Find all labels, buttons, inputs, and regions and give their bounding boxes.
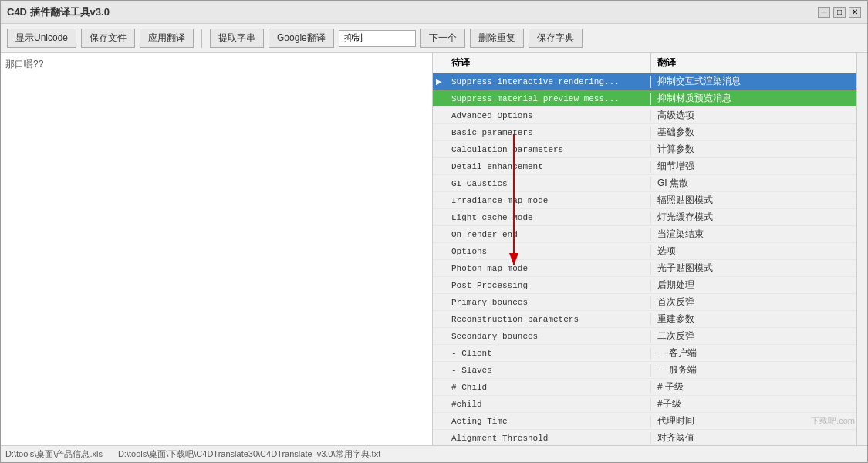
save-dict-button[interactable]: 保存字典 (529, 29, 583, 48)
apply-trans-button[interactable]: 应用翻译 (140, 29, 194, 48)
row-source-text: Photon map mode (445, 262, 651, 275)
row-trans-text: － 服务端 (651, 362, 856, 378)
remove-dup-button[interactable]: 删除重复 (470, 29, 524, 48)
table-row[interactable]: Suppress material preview mess...抑制材质预览消… (433, 90, 856, 107)
table-row[interactable]: Detail enhancement细节增强 (433, 158, 856, 175)
toolbar: 显示Unicode 保存文件 应用翻译 提取字串 Google翻译 下一个 删除… (1, 24, 867, 53)
google-trans-button[interactable]: Google翻译 (269, 29, 334, 48)
left-status-path: D:\tools\桌面\产品信息.xls (5, 448, 103, 460)
scrollbar[interactable] (856, 53, 867, 445)
row-trans-text: 对齐阈值 (651, 430, 856, 445)
indicator-col-header (433, 53, 445, 73)
window-title: C4D 插件翻译工具v3.0 (7, 5, 110, 19)
row-trans-text: 抑制交互式渲染消息 (651, 73, 856, 90)
left-panel: 那口嚼?? (1, 53, 433, 445)
table-row[interactable]: Calculation parameters计算参数 (433, 141, 856, 158)
row-indicator: ▶ (433, 77, 445, 86)
row-trans-text: 首次反弹 (651, 294, 856, 310)
table-row[interactable]: #child#子级 (433, 396, 856, 413)
trans-col-header: 翻译 (651, 53, 856, 73)
extract-button[interactable]: 提取字串 (210, 29, 264, 48)
row-source-text: Irradiance map mode (445, 194, 651, 207)
row-trans-text: 计算参数 (651, 141, 856, 157)
row-source-text: Light cache Mode (445, 211, 651, 224)
row-source-text: GI Caustics (445, 177, 651, 190)
row-trans-text: 高级选项 (651, 107, 856, 123)
row-trans-text: 后期处理 (651, 277, 856, 293)
row-source-text: Secondary bounces (445, 330, 651, 343)
table-row[interactable]: Acting Time代理时间 (433, 413, 856, 430)
table-row[interactable]: On render end当渲染结束 (433, 226, 856, 243)
row-trans-text: # 子级 (651, 379, 856, 395)
table-row[interactable]: Irradiance map mode辐照贴图模式 (433, 192, 856, 209)
close-button[interactable]: ✕ (849, 7, 861, 18)
table-header: 待译 翻译 (433, 53, 856, 73)
table-row[interactable]: GI CausticsGI 焦散 (433, 175, 856, 192)
next-button[interactable]: 下一个 (420, 29, 465, 48)
table-row[interactable]: Options选项 (433, 243, 856, 260)
row-source-text: On render end (445, 228, 651, 241)
row-trans-text: GI 焦散 (651, 175, 856, 191)
table-row[interactable]: Photon map mode光子贴图模式 (433, 260, 856, 277)
row-trans-text: 重建参数 (651, 311, 856, 327)
maximize-button[interactable]: □ (833, 7, 846, 18)
separator-1 (201, 29, 202, 48)
row-source-text: Options (445, 245, 651, 258)
table-row[interactable]: Alignment Threshold对齐阈值 (433, 430, 856, 445)
row-source-text: Post-Processing (445, 279, 651, 292)
table-body[interactable]: ▶Suppress interactive rendering...抑制交互式渲… (433, 73, 856, 445)
main-content: 那口嚼?? 待译 翻译 ▶Suppress interactive render… (1, 53, 867, 445)
right-panel-wrapper: 待译 翻译 ▶Suppress interactive rendering...… (433, 53, 867, 445)
row-source-text: Acting Time (445, 415, 651, 428)
row-source-text: Basic parameters (445, 127, 651, 139)
table-row[interactable]: - Slaves－ 服务端 (433, 362, 856, 379)
source-col-header: 待译 (445, 53, 651, 73)
right-status-path: D:\tools\桌面\下载吧\C4DTranslate30\C4DTransl… (118, 448, 380, 460)
row-source-text: - Slaves (445, 364, 651, 377)
table-row[interactable]: Primary bounces首次反弹 (433, 294, 856, 311)
table-row[interactable]: ▶Suppress interactive rendering...抑制交互式渲… (433, 73, 856, 90)
row-source-text: Suppress material preview mess... (445, 93, 651, 105)
table-row[interactable]: Basic parameters基础参数 (433, 124, 856, 141)
row-source-text: Advanced Options (445, 110, 651, 122)
row-source-text: Reconstruction parameters (445, 313, 651, 326)
row-trans-text: 辐照贴图模式 (651, 192, 856, 208)
row-source-text: # Child (445, 381, 651, 394)
table-row[interactable]: Advanced Options高级选项 (433, 107, 856, 124)
row-source-text: Detail enhancement (445, 161, 651, 173)
save-file-button[interactable]: 保存文件 (81, 29, 135, 48)
main-window: C4D 插件翻译工具v3.0 ─ □ ✕ 显示Unicode 保存文件 应用翻译… (0, 0, 868, 463)
search-input[interactable] (339, 30, 416, 47)
row-source-text: #child (445, 398, 651, 411)
row-trans-text: 当渲染结束 (651, 226, 856, 242)
row-source-text: Primary bounces (445, 296, 651, 309)
status-bar: D:\tools\桌面\产品信息.xls D:\tools\桌面\下载吧\C4D… (1, 445, 867, 462)
row-trans-text: 代理时间 (651, 413, 856, 429)
table-row[interactable]: Post-Processing后期处理 (433, 277, 856, 294)
row-trans-text: 抑制材质预览消息 (651, 90, 856, 106)
row-trans-text: 二次反弹 (651, 328, 856, 344)
table-row[interactable]: Reconstruction parameters重建参数 (433, 311, 856, 328)
table-row[interactable]: # Child# 子级 (433, 379, 856, 396)
title-bar: C4D 插件翻译工具v3.0 ─ □ ✕ (1, 1, 867, 24)
row-trans-text: 选项 (651, 243, 856, 259)
row-trans-text: 细节增强 (651, 158, 856, 174)
row-trans-text: － 客户端 (651, 345, 856, 361)
window-controls: ─ □ ✕ (818, 7, 861, 18)
left-panel-text: 那口嚼?? (5, 59, 43, 69)
row-source-text: - Client (445, 347, 651, 360)
row-trans-text: 光子贴图模式 (651, 260, 856, 276)
row-source-text: Calculation parameters (445, 144, 651, 156)
right-panel: 待译 翻译 ▶Suppress interactive rendering...… (433, 53, 856, 445)
row-source-text: Suppress interactive rendering... (445, 76, 651, 88)
unicode-button[interactable]: 显示Unicode (7, 29, 76, 48)
table-row[interactable]: - Client－ 客户端 (433, 345, 856, 362)
row-trans-text: 基础参数 (651, 124, 856, 140)
minimize-button[interactable]: ─ (818, 7, 830, 18)
table-row[interactable]: Secondary bounces二次反弹 (433, 328, 856, 345)
row-source-text: Alignment Threshold (445, 432, 651, 444)
row-trans-text: #子级 (651, 396, 856, 412)
table-row[interactable]: Light cache Mode灯光缓存模式 (433, 209, 856, 226)
row-trans-text: 灯光缓存模式 (651, 209, 856, 225)
